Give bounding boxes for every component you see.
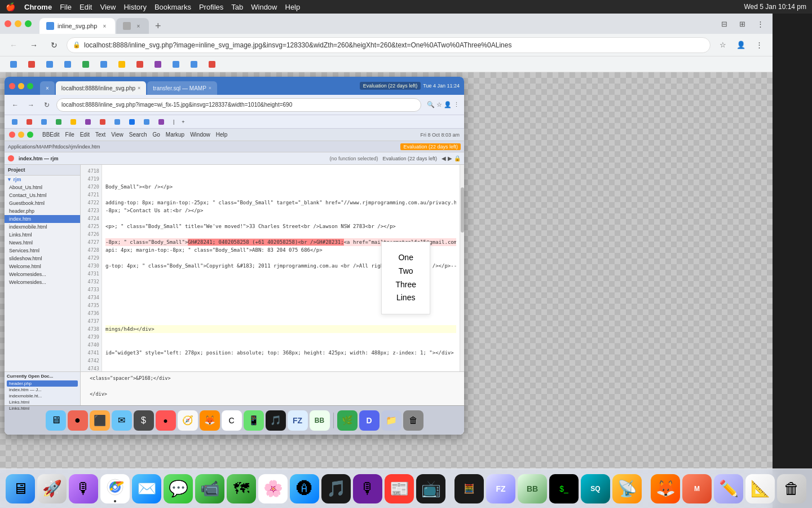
inner-minimize[interactable] [18,83,24,89]
bookmark-3[interactable] [42,58,58,71]
inner-dock-red[interactable]: ● [68,410,88,431]
inner-bk-4[interactable] [53,117,66,127]
dock-bbedit[interactable]: BB [518,474,547,503]
inner-tab-1[interactable]: × [40,81,55,95]
bbedit-menu-window[interactable]: Window [190,132,210,138]
profile-icon[interactable]: 👤 [733,37,749,53]
dock-terminal[interactable]: $_ [549,474,579,503]
bbedit-zoom[interactable] [27,132,33,138]
inner-dock-red2[interactable]: ● [156,410,176,431]
dock-sketchup[interactable]: 📐 [745,474,775,503]
inner-tab-active-close[interactable]: × [138,85,140,91]
sidebar-welcome[interactable]: Welcome.html [5,262,80,270]
menu-chrome[interactable]: Chrome [24,3,52,11]
bbedit-minimize[interactable] [18,132,24,138]
tab-close[interactable]: × [100,22,108,30]
dock-mail[interactable]: ✉️ [132,474,161,503]
inner-bk-11[interactable] [156,117,169,127]
sidebar-links[interactable]: Links.html [5,231,80,239]
bbedit-close[interactable] [9,132,15,138]
bbedit-menu-search[interactable]: Search [129,132,147,138]
dock-siri[interactable]: 🎙 [69,474,98,503]
dock-podcasts[interactable]: 🎙 [353,474,382,503]
close-button[interactable] [5,20,11,27]
bbedit-lock-icon[interactable]: 🔒 [454,155,461,161]
dock-music[interactable]: 🎵 [321,474,351,503]
bbedit-tab-close[interactable] [8,155,14,161]
inner-dock-firefox[interactable]: 🦊 [200,410,220,431]
chrome-tab-inactive[interactable]: × [116,18,149,34]
inner-bookmark-icon[interactable]: ☆ [436,101,442,108]
inner-tab-active[interactable]: localhost:8888/inline_svg.php × [56,81,146,95]
inner-bk-2[interactable] [24,117,37,127]
inner-bk-7[interactable] [97,117,110,127]
bookmark-12[interactable] [204,58,220,71]
chrome-fullscreen-icon[interactable]: ⊞ [734,16,750,32]
forward-button[interactable]: → [26,37,42,53]
chrome-minimize-icon[interactable]: ⊟ [716,16,732,32]
menu-edit[interactable]: Edit [80,3,92,11]
inner-maximize[interactable] [27,83,33,89]
sidebar-rjm-folder[interactable]: ▼ rjm [5,176,80,183]
reload-button[interactable]: ↻ [46,37,62,53]
sidebar-indexmobile[interactable]: indexmobile.html [5,223,80,231]
inner-dock-finder[interactable]: 🖥 [46,410,66,431]
inner-dock-green2[interactable]: 🌿 [337,410,358,431]
dock-calculator[interactable]: 🧮 [454,474,484,503]
inner-bk-6[interactable] [82,117,95,127]
maximize-button[interactable] [25,20,32,27]
dock-sequel[interactable]: SQ [581,474,610,503]
back-button[interactable]: ← [6,37,21,53]
sidebar-slideshow[interactable]: slideshow.html [5,255,80,262]
bbedit-prev-icon[interactable]: ◀ [442,155,446,161]
sidebar-guestbook[interactable]: Guestbook.html [5,199,80,207]
more-icon[interactable]: ⋮ [751,37,767,53]
bottom-item-indexmobile[interactable]: indexmobile.ht... [7,393,78,399]
dock-firefox[interactable]: 🦊 [651,474,680,503]
chrome-tab-active[interactable]: inline_svg.php × [39,18,115,34]
menu-file[interactable]: File [60,3,72,11]
inner-dock-music[interactable]: 🎵 [266,410,286,431]
inner-profile-icon[interactable]: 👤 [444,101,452,108]
scrollbar-thumb[interactable] [461,187,464,233]
inner-dock-safari[interactable]: 🧭 [178,410,198,431]
inner-bk-9[interactable] [126,117,139,127]
inner-dock-chrome[interactable]: C [222,410,242,431]
inner-dock-terminal[interactable]: $ [134,410,154,431]
bookmark-1[interactable] [6,58,21,71]
sidebar-news[interactable]: News.html [5,239,80,247]
inner-bk-8[interactable] [112,117,125,127]
bookmark-10[interactable] [168,58,184,71]
bbedit-menu-markup[interactable]: Markup [166,132,184,138]
sidebar-contact[interactable]: Contact_Us.html [5,191,80,199]
dock-news[interactable]: 📰 [385,474,414,503]
dock-transmit[interactable]: 📡 [612,474,642,503]
dock-messages[interactable]: 💬 [164,474,193,503]
sidebar-index[interactable]: index.htm [5,215,80,223]
star-icon[interactable]: ☆ [715,37,731,53]
inner-dock-green[interactable]: 📱 [244,410,264,431]
bookmark-8[interactable] [132,58,148,71]
dock-maps[interactable]: 🗺 [227,474,256,503]
dock-photos[interactable]: 🌸 [258,474,288,503]
dock-trash[interactable]: 🗑 [777,474,806,503]
menu-tab[interactable]: Tab [231,3,243,11]
bbedit-menu-edit[interactable]: Edit [80,132,90,138]
bbedit-next-icon[interactable]: ▶ [448,155,452,161]
sidebar-about[interactable]: About_Us.html [5,183,80,191]
dock-filezilla[interactable]: FZ [486,474,515,503]
menu-profiles[interactable]: Profiles [199,3,223,11]
sidebar-welcomesides2[interactable]: Welcomesides... [5,278,80,286]
menu-view[interactable]: View [100,3,116,11]
bbedit-scrollbar[interactable] [460,165,464,371]
menu-history[interactable]: History [123,3,146,11]
inner-dock-bb[interactable]: BB [310,410,330,431]
bottom-item-index[interactable]: index.htm — J... [7,387,78,393]
dock-tv[interactable]: 📺 [416,474,445,503]
bbedit-menu-text[interactable]: Text [95,132,105,138]
inner-bk-10[interactable] [141,117,154,127]
inner-reload[interactable]: ↻ [41,99,53,111]
menu-help[interactable]: Help [285,3,301,11]
bookmark-7[interactable] [114,58,130,71]
tab-close-2[interactable]: × [134,22,142,30]
